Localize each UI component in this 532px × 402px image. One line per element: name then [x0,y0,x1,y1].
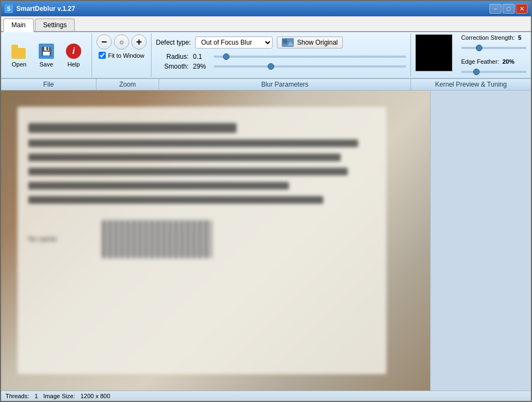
maximize-button[interactable]: □ [503,4,515,14]
image-size-value: 1200 x 800 [81,393,110,399]
app-icon: S [4,4,13,13]
tab-bar: Main Settings [1,16,531,32]
smooth-label: Smooth: [156,63,189,70]
section-labels-bar: File Zoom Blur Parameters Kernel Preview… [1,78,531,90]
defect-type-label: Defect type: [156,39,191,46]
edge-feather-row: Edge Feather: 20% [461,58,527,65]
zoom-section-label: Zoom [96,79,159,90]
toolbar: Open 💾 Save i Help − ○ + [1,32,531,78]
zoom-section: − ○ + Fit to Window [92,33,152,77]
kernel-section-label: Kernel Preview & Tuning [411,79,531,90]
open-label: Open [12,61,27,68]
edge-feather-label: Edge Feather: [461,58,499,65]
blur-section-label: Blur Parameters [159,79,411,90]
kernel-section: Correction Strength: 5 Edge Feather: 20% [411,33,531,77]
blur-params-section: Defect type: Out of Focus Blur Motion Bl… [152,33,411,77]
right-sidebar [430,90,531,391]
correction-strength-slider[interactable] [461,44,527,52]
smooth-value: 29% [193,63,209,70]
smooth-slider[interactable] [214,63,406,70]
svg-rect-1 [283,39,287,44]
kernel-preview [415,34,452,71]
threads-label: Threads: [5,393,29,399]
document-content: No carrier [17,107,386,374]
defect-type-select[interactable]: Out of Focus Blur Motion Blur Gaussian B… [195,36,273,48]
show-original-label: Show Original [297,39,338,46]
zoom-out-button[interactable]: − [96,34,112,50]
radius-label: Radius: [156,53,189,60]
window-controls: − □ ✕ [489,4,528,14]
tab-main[interactable]: Main [3,19,34,32]
main-window: S SmartDeblur v.1.27 − □ ✕ Main Settings… [0,0,532,402]
radius-slider[interactable] [214,53,406,60]
image-size-label: Image Size: [44,393,75,399]
zoom-icons: − ○ + [96,34,147,50]
threads-value: 1 [34,393,38,399]
correction-strength-label: Correction Strength: [461,34,515,41]
defect-type-row: Defect type: Out of Focus Blur Motion Bl… [156,34,406,51]
title-bar: S SmartDeblur v.1.27 − □ ✕ [1,1,531,16]
radius-value: 0.1 [193,53,209,60]
correction-strength-value: 5 [518,34,521,41]
close-button[interactable]: ✕ [516,4,528,14]
edge-feather-value: 20% [503,58,515,65]
save-button[interactable]: 💾 Save [33,40,60,70]
folder-icon [10,44,28,59]
file-section-label: File [1,79,96,90]
disk-icon: 💾 [39,44,54,59]
help-button[interactable]: i Help [60,40,87,70]
help-label: Help [68,61,80,68]
fit-to-window-label: Fit to Window [108,52,144,59]
kernel-controls: Correction Strength: 5 Edge Feather: 20% [457,34,527,76]
help-icon: i [65,42,82,60]
correction-strength-row: Correction Strength: 5 [461,34,527,41]
tab-settings[interactable]: Settings [35,19,75,31]
save-label: Save [39,61,53,68]
minimize-button[interactable]: − [489,4,501,14]
open-button[interactable]: Open [5,40,33,70]
image-preview-icon [282,38,294,47]
zoom-in-button[interactable]: + [131,34,147,50]
open-icon [10,42,28,60]
image-display-area[interactable]: No carrier [1,90,430,391]
blurred-image: No carrier [1,90,430,391]
smooth-row: Smooth: 29% [156,63,406,70]
window-title: SmartDeblur v.1.27 [16,5,75,13]
title-bar-left: S SmartDeblur v.1.27 [4,4,75,13]
show-original-button[interactable]: Show Original [277,36,343,48]
file-section: Open 💾 Save i Help [1,33,92,77]
fit-to-window-checkbox[interactable] [99,52,106,59]
save-icon: 💾 [38,42,55,60]
edge-feather-slider[interactable] [461,68,527,76]
main-content: No carrier [1,90,531,391]
status-bar: Threads: 1 Image Size: 1200 x 800 [1,391,531,401]
fit-to-window-container: Fit to Window [99,52,144,59]
kernel-row: Correction Strength: 5 Edge Feather: 20% [415,34,527,76]
radius-row: Radius: 0.1 [156,53,406,60]
info-icon: i [66,44,81,59]
zoom-reset-button[interactable]: ○ [114,34,129,50]
